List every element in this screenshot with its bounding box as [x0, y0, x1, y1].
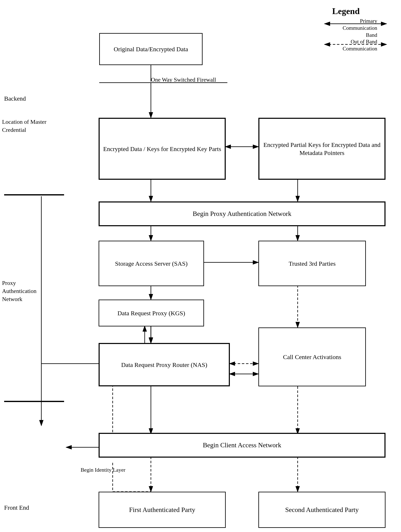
begin-client-box: Begin Client Access Network [99, 433, 386, 458]
frontend-label: Front End [4, 504, 29, 511]
location-master-label: Location of Master Credential [2, 118, 50, 134]
data-request-router-box: Data Request Proxy Router (NAS) [99, 343, 230, 386]
legend-primary-label: Primary Communication Band [332, 18, 377, 38]
second-party-box: Second Authenticated Party [258, 492, 386, 528]
first-party-box: First Authenticated Party [99, 492, 226, 528]
begin-identity-label: Begin Identity Layer [81, 467, 126, 473]
backend-label: Backend [4, 95, 26, 102]
encrypted-partial-keys-box: Encrypted Partial Keys for Encrypted Dat… [258, 118, 386, 180]
begin-proxy-box: Begin Proxy Authentication Network [99, 202, 386, 226]
legend-primary: Primary Communication Band [332, 18, 380, 38]
legend-outofband-label: Out of Band Communication [332, 38, 377, 52]
firewall-label: One Way Switched Firewall [151, 76, 216, 83]
data-request-proxy-box: Data Request Proxy (KGS) [99, 300, 204, 326]
legend-title: Legend [332, 6, 360, 16]
proxy-auth-label: Proxy Authentication Network [2, 279, 43, 303]
divider-proxy [4, 401, 64, 402]
diagram-container: Legend Primary Communication Band Out of… [0, 0, 401, 532]
legend-outofband: Out of Band Communication [332, 38, 380, 52]
storage-access-box: Storage Access Server (SAS) [99, 241, 204, 286]
encrypted-data-keys-box: Encrypted Data / Keys for Encrypted Key … [99, 118, 226, 180]
original-data-box: Original Data/Encrypted Data [99, 33, 203, 65]
trusted-parties-box: Trusted 3rd Parties [258, 241, 366, 286]
divider-backend [4, 194, 64, 196]
call-center-box: Call Center Activations [258, 328, 366, 386]
